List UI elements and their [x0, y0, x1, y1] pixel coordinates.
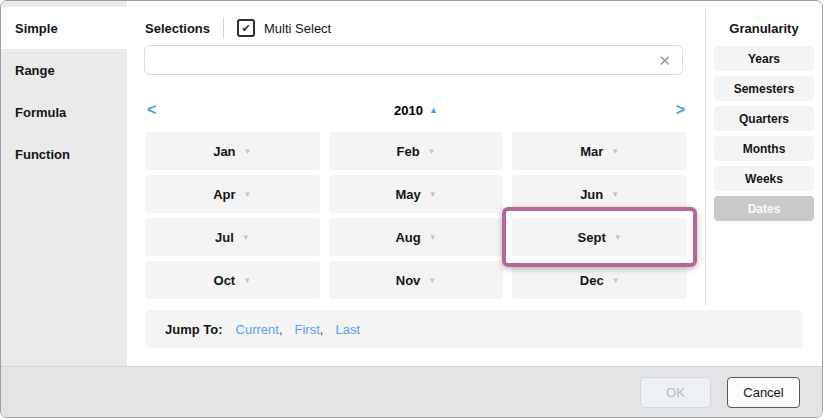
month-cell-jan: Jan ▼	[145, 132, 320, 170]
granularity-years-button[interactable]: Years	[714, 46, 814, 71]
month-cell-mar: Mar ▼	[512, 132, 687, 170]
month-cell-oct: Oct ▼	[145, 261, 320, 299]
granularity-semesters-button[interactable]: Semesters	[714, 76, 814, 101]
month-cell-aug: Aug ▼	[329, 218, 504, 256]
chevron-down-icon: ▼	[612, 277, 620, 285]
chevron-down-icon: ▼	[242, 234, 250, 242]
tab-formula-label: Formula	[15, 105, 66, 120]
tab-function[interactable]: Function	[1, 133, 127, 175]
granularity-weeks-button[interactable]: Weeks	[714, 166, 814, 191]
month-cell-jun: Jun ▼	[512, 175, 687, 213]
month-cell-dec: Dec ▼	[512, 261, 687, 299]
jump-to-current-link[interactable]: Current	[236, 322, 279, 337]
month-label: Dec	[580, 273, 604, 288]
month-button-may[interactable]: May ▼	[329, 175, 504, 213]
month-button-apr[interactable]: Apr ▼	[145, 175, 320, 213]
tab-function-label: Function	[15, 147, 70, 162]
month-label: Jun	[580, 187, 603, 202]
chevron-down-icon: ▼	[244, 191, 252, 199]
month-cell-may: May ▼	[329, 175, 504, 213]
tab-simple[interactable]: Simple	[1, 7, 127, 49]
separator: ,	[279, 322, 283, 337]
granularity-label: Quarters	[739, 112, 789, 126]
granularity-label: Years	[748, 52, 780, 66]
multi-select-checkbox[interactable]: ✔	[237, 19, 255, 37]
dialog-body: Simple Range Formula Function Selections…	[1, 1, 822, 366]
prev-year-icon[interactable]: <	[145, 102, 158, 118]
month-label: Oct	[214, 273, 236, 288]
month-label: Nov	[396, 273, 421, 288]
month-button-feb[interactable]: Feb ▼	[329, 132, 504, 170]
month-label: Jul	[215, 230, 234, 245]
month-label: May	[395, 187, 420, 202]
month-button-mar[interactable]: Mar ▼	[512, 132, 687, 170]
month-cell-feb: Feb ▼	[329, 132, 504, 170]
year-sort-control[interactable]: 2010 ▲	[394, 103, 438, 118]
ok-button-label: OK	[666, 385, 685, 400]
cancel-button-label: Cancel	[743, 385, 783, 400]
month-label: Apr	[213, 187, 235, 202]
chevron-down-icon: ▼	[614, 234, 622, 242]
year-label: 2010	[394, 103, 423, 118]
chevron-down-icon: ▼	[428, 148, 436, 156]
multi-select-label: Multi Select	[264, 21, 331, 36]
selections-search-box: ✕	[144, 45, 683, 75]
granularity-label: Months	[743, 142, 786, 156]
tab-range-label: Range	[15, 63, 55, 78]
date-filter-dialog: Simple Range Formula Function Selections…	[0, 0, 823, 418]
cancel-button[interactable]: Cancel	[727, 377, 800, 408]
month-cell-sept: Sept ▼	[512, 218, 687, 256]
month-button-oct[interactable]: Oct ▼	[145, 261, 320, 299]
chevron-down-icon: ▼	[428, 277, 436, 285]
chevron-down-icon: ▼	[429, 234, 437, 242]
month-label: Jan	[213, 144, 235, 159]
month-label: Sept	[578, 230, 606, 245]
separator: ,	[320, 322, 324, 337]
search-input[interactable]	[155, 52, 656, 69]
month-grid: Jan ▼ Feb ▼ Mar ▼	[145, 132, 687, 299]
jump-to-last-link[interactable]: Last	[335, 322, 360, 337]
month-button-sept[interactable]: Sept ▼	[512, 218, 687, 256]
chevron-down-icon: ▼	[611, 148, 619, 156]
jump-to-bar: Jump To: Current , First , Last	[145, 310, 803, 348]
clear-icon[interactable]: ✕	[656, 51, 673, 70]
granularity-label: Semesters	[734, 82, 795, 96]
month-label: Aug	[395, 230, 420, 245]
granularity-quarters-button[interactable]: Quarters	[714, 106, 814, 131]
filter-type-sidebar: Simple Range Formula Function	[1, 1, 127, 366]
jump-to-label: Jump To:	[165, 322, 223, 337]
jump-to-first-link[interactable]: First	[295, 322, 320, 337]
tab-formula[interactable]: Formula	[1, 91, 127, 133]
month-button-jun[interactable]: Jun ▼	[512, 175, 687, 213]
month-button-nov[interactable]: Nov ▼	[329, 261, 504, 299]
granularity-title: Granularity	[706, 21, 822, 36]
month-button-jul[interactable]: Jul ▼	[145, 218, 320, 256]
chevron-down-icon: ▼	[611, 191, 619, 199]
granularity-panel: Granularity Years Semesters Quarters Mon…	[705, 9, 822, 305]
ok-button[interactable]: OK	[640, 377, 711, 408]
month-button-jan[interactable]: Jan ▼	[145, 132, 320, 170]
granularity-dates-button[interactable]: Dates	[714, 196, 814, 221]
check-icon: ✔	[241, 23, 250, 34]
granularity-months-button[interactable]: Months	[714, 136, 814, 161]
chevron-down-icon: ▼	[244, 148, 252, 156]
selections-label: Selections	[145, 21, 210, 36]
year-navigation: < 2010 ▲ >	[145, 100, 687, 120]
month-cell-nov: Nov ▼	[329, 261, 504, 299]
header-divider	[223, 18, 224, 38]
month-button-aug[interactable]: Aug ▼	[329, 218, 504, 256]
month-label: Feb	[396, 144, 419, 159]
month-label: Mar	[580, 144, 603, 159]
granularity-label: Dates	[748, 202, 781, 216]
month-cell-apr: Apr ▼	[145, 175, 320, 213]
tab-simple-label: Simple	[15, 21, 58, 36]
main-panel: Selections ✔ Multi Select ✕ < 2010 ▲ >	[127, 1, 822, 366]
tab-range[interactable]: Range	[1, 49, 127, 91]
dialog-footer: OK Cancel	[1, 366, 822, 417]
month-button-dec[interactable]: Dec ▼	[512, 261, 687, 299]
sort-up-icon: ▲	[429, 106, 438, 115]
chevron-down-icon: ▼	[429, 191, 437, 199]
chevron-down-icon: ▼	[243, 277, 251, 285]
month-cell-jul: Jul ▼	[145, 218, 320, 256]
next-year-icon[interactable]: >	[674, 102, 687, 118]
